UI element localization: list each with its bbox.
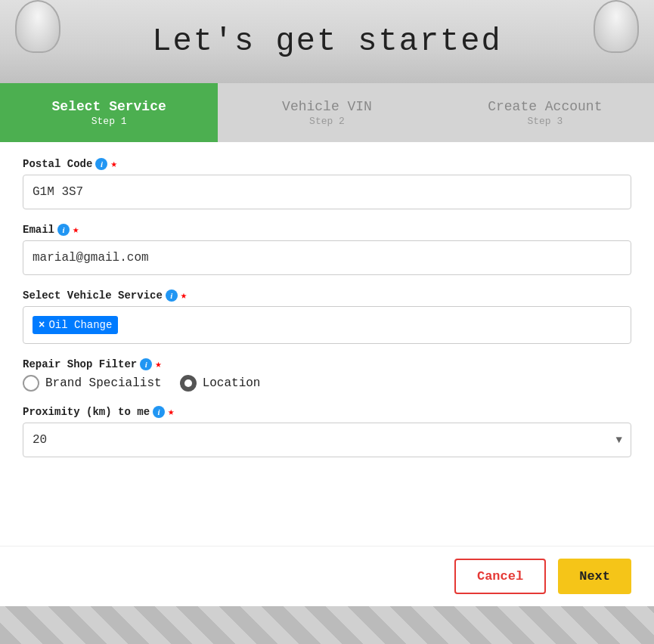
page-title: Let's get started — [152, 23, 501, 60]
step-3-sublabel: Step 3 — [527, 116, 563, 127]
proximity-required: ★ — [168, 405, 174, 418]
step-create-account[interactable]: Create Account Step 3 — [436, 83, 654, 142]
postal-code-group: Postal Code i ★ — [23, 157, 631, 209]
modal-wrapper: Let's get started Select Service Step 1 … — [0, 0, 654, 644]
step-1-sublabel: Step 1 — [91, 116, 127, 127]
postal-code-label: Postal Code i ★ — [23, 157, 631, 170]
email-required: ★ — [73, 223, 79, 236]
email-label: Email i ★ — [23, 223, 631, 236]
vehicle-service-select-box[interactable]: × Oil Change — [23, 306, 631, 344]
location-label: Location — [203, 376, 261, 390]
proximity-group: Proximity (km) to me i ★ 5 10 15 20 25 5… — [23, 405, 631, 457]
vehicle-service-label: Select Vehicle Service i ★ — [23, 289, 631, 302]
postal-code-info-icon[interactable]: i — [95, 158, 107, 170]
email-input[interactable] — [23, 240, 631, 275]
proximity-select[interactable]: 5 10 15 20 25 50 — [23, 423, 631, 457]
lamp-left — [15, 0, 60, 53]
lamp-shape-right — [594, 0, 639, 53]
step-vehicle-vin[interactable]: Vehicle VIN Step 2 — [218, 83, 435, 142]
step-1-label: Select Service — [52, 99, 166, 114]
cancel-button[interactable]: Cancel — [454, 559, 546, 594]
vehicle-service-group: Select Vehicle Service i ★ × Oil Change — [23, 289, 631, 344]
repair-shop-filter-label: Repair Shop Filter i ★ — [23, 358, 631, 370]
steps-bar: Select Service Step 1 Vehicle VIN Step 2… — [0, 83, 654, 142]
lamp-shape-left — [15, 0, 60, 53]
email-group: Email i ★ — [23, 223, 631, 275]
proximity-info-icon[interactable]: i — [153, 406, 165, 418]
form-area: Postal Code i ★ Email i ★ Select Vehicle… — [0, 142, 654, 546]
oil-change-tag-label: Oil Change — [48, 319, 112, 331]
oil-change-tag-remove[interactable]: × — [39, 319, 45, 331]
repair-shop-required: ★ — [155, 358, 161, 370]
vehicle-service-info-icon[interactable]: i — [166, 289, 178, 302]
step-2-sublabel: Step 2 — [309, 116, 345, 127]
bottom-decoration — [0, 606, 654, 644]
lamp-right — [594, 0, 639, 53]
postal-code-required: ★ — [110, 157, 116, 170]
brand-specialist-label: Brand Specialist — [45, 376, 162, 390]
proximity-label: Proximity (km) to me i ★ — [23, 405, 631, 418]
step-select-service[interactable]: Select Service Step 1 — [0, 83, 218, 142]
step-3-label: Create Account — [488, 99, 602, 114]
step-2-label: Vehicle VIN — [282, 99, 372, 114]
location-option[interactable]: Location — [180, 375, 261, 392]
proximity-select-wrapper: 5 10 15 20 25 50 ▼ — [23, 423, 631, 457]
brand-specialist-option[interactable]: Brand Specialist — [23, 375, 162, 392]
next-button[interactable]: Next — [558, 559, 631, 594]
top-banner: Let's get started — [0, 0, 654, 83]
repair-shop-radio-group: Brand Specialist Location — [23, 375, 631, 392]
oil-change-tag[interactable]: × Oil Change — [33, 316, 118, 334]
email-info-icon[interactable]: i — [57, 224, 70, 236]
postal-code-input[interactable] — [23, 175, 631, 209]
vehicle-service-required: ★ — [181, 289, 187, 302]
repair-shop-filter-group: Repair Shop Filter i ★ Brand Specialist … — [23, 358, 631, 392]
repair-shop-info-icon[interactable]: i — [140, 358, 152, 370]
footer-bar: Cancel Next — [0, 546, 654, 606]
brand-specialist-radio[interactable] — [23, 375, 39, 392]
location-radio[interactable] — [180, 375, 197, 392]
